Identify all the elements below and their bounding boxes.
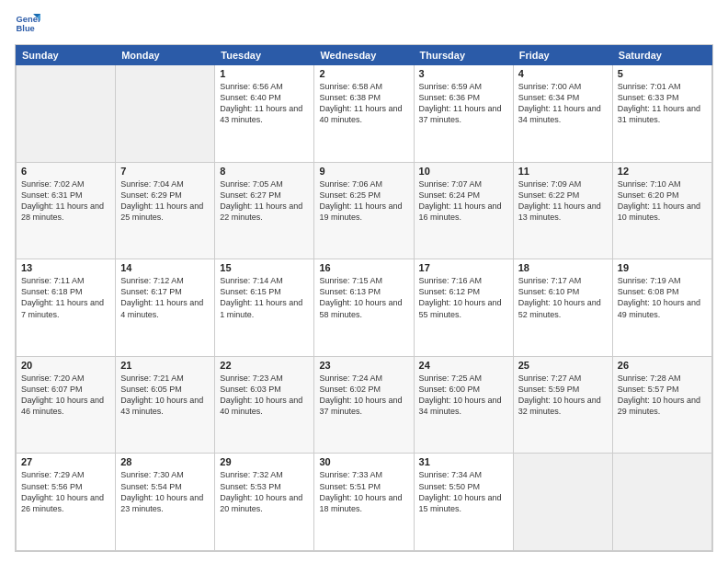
calendar-cell: 28Sunrise: 7:30 AM Sunset: 5:54 PM Dayli… [116, 454, 215, 551]
day-number: 19 [618, 262, 707, 273]
calendar-week-row: 6Sunrise: 7:02 AM Sunset: 6:31 PM Daylig… [17, 162, 712, 259]
cell-content: Sunrise: 7:25 AM Sunset: 6:00 PM Dayligh… [419, 373, 508, 418]
cell-content: Sunrise: 7:21 AM Sunset: 6:05 PM Dayligh… [120, 373, 210, 418]
day-number: 23 [319, 360, 408, 371]
day-number: 14 [120, 262, 210, 273]
cell-content: Sunrise: 6:59 AM Sunset: 6:36 PM Dayligh… [419, 81, 508, 126]
day-number: 30 [319, 456, 408, 467]
calendar-week-row: 1Sunrise: 6:56 AM Sunset: 6:40 PM Daylig… [17, 65, 712, 163]
weekday-cell: Saturday [612, 46, 711, 65]
day-number: 26 [618, 360, 707, 371]
calendar-cell: 30Sunrise: 7:33 AM Sunset: 5:51 PM Dayli… [314, 454, 414, 551]
calendar-cell: 3Sunrise: 6:59 AM Sunset: 6:36 PM Daylig… [414, 65, 513, 163]
weekday-cell: Tuesday [215, 46, 314, 65]
calendar-cell: 2Sunrise: 6:58 AM Sunset: 6:38 PM Daylig… [314, 65, 414, 163]
cell-content: Sunrise: 7:17 AM Sunset: 6:10 PM Dayligh… [518, 275, 608, 320]
day-number: 10 [419, 166, 508, 177]
cell-content: Sunrise: 7:19 AM Sunset: 6:08 PM Dayligh… [618, 275, 707, 320]
day-number: 18 [518, 262, 608, 273]
calendar-cell: 11Sunrise: 7:09 AM Sunset: 6:22 PM Dayli… [513, 162, 612, 259]
calendar-cell: 26Sunrise: 7:28 AM Sunset: 5:57 PM Dayli… [612, 356, 711, 454]
calendar-cell: 27Sunrise: 7:29 AM Sunset: 5:56 PM Dayli… [17, 454, 116, 551]
calendar-cell [513, 454, 612, 551]
weekday-header: SundayMondayTuesdayWednesdayThursdayFrid… [17, 46, 712, 65]
cell-content: Sunrise: 7:04 AM Sunset: 6:29 PM Dayligh… [120, 178, 210, 224]
page-header: General Blue [15, 11, 713, 37]
calendar: SundayMondayTuesdayWednesdayThursdayFrid… [15, 44, 713, 552]
day-number: 17 [419, 262, 508, 273]
cell-content: Sunrise: 7:00 AM Sunset: 6:34 PM Dayligh… [518, 81, 608, 126]
day-number: 16 [319, 262, 408, 273]
calendar-cell: 31Sunrise: 7:34 AM Sunset: 5:50 PM Dayli… [414, 454, 513, 551]
day-number: 21 [120, 360, 210, 371]
calendar-cell: 13Sunrise: 7:11 AM Sunset: 6:18 PM Dayli… [17, 259, 116, 357]
calendar-week-row: 13Sunrise: 7:11 AM Sunset: 6:18 PM Dayli… [17, 259, 712, 357]
calendar-cell: 15Sunrise: 7:14 AM Sunset: 6:15 PM Dayli… [215, 259, 314, 357]
cell-content: Sunrise: 7:11 AM Sunset: 6:18 PM Dayligh… [21, 275, 110, 320]
cell-content: Sunrise: 6:58 AM Sunset: 6:38 PM Dayligh… [319, 81, 408, 126]
day-number: 24 [419, 360, 508, 371]
day-number: 9 [319, 166, 408, 177]
calendar-cell: 8Sunrise: 7:05 AM Sunset: 6:27 PM Daylig… [215, 162, 314, 259]
day-number: 28 [120, 456, 210, 467]
weekday-cell: Thursday [414, 46, 513, 65]
calendar-cell: 21Sunrise: 7:21 AM Sunset: 6:05 PM Dayli… [116, 356, 215, 454]
day-number: 3 [419, 68, 508, 79]
cell-content: Sunrise: 7:14 AM Sunset: 6:15 PM Dayligh… [220, 275, 309, 320]
cell-content: Sunrise: 7:34 AM Sunset: 5:50 PM Dayligh… [419, 469, 508, 514]
calendar-body: 1Sunrise: 6:56 AM Sunset: 6:40 PM Daylig… [17, 65, 712, 551]
cell-content: Sunrise: 7:09 AM Sunset: 6:22 PM Dayligh… [518, 178, 608, 224]
calendar-cell: 29Sunrise: 7:32 AM Sunset: 5:53 PM Dayli… [215, 454, 314, 551]
calendar-cell: 14Sunrise: 7:12 AM Sunset: 6:17 PM Dayli… [116, 259, 215, 357]
cell-content: Sunrise: 7:20 AM Sunset: 6:07 PM Dayligh… [21, 373, 110, 418]
calendar-cell: 17Sunrise: 7:16 AM Sunset: 6:12 PM Dayli… [414, 259, 513, 357]
day-number: 1 [220, 68, 309, 79]
cell-content: Sunrise: 7:12 AM Sunset: 6:17 PM Dayligh… [120, 275, 210, 320]
calendar-cell: 25Sunrise: 7:27 AM Sunset: 5:59 PM Dayli… [513, 356, 612, 454]
day-number: 5 [618, 68, 707, 79]
calendar-cell: 1Sunrise: 6:56 AM Sunset: 6:40 PM Daylig… [215, 65, 314, 163]
calendar-cell: 24Sunrise: 7:25 AM Sunset: 6:00 PM Dayli… [414, 356, 513, 454]
day-number: 31 [419, 456, 508, 467]
calendar-cell: 4Sunrise: 7:00 AM Sunset: 6:34 PM Daylig… [513, 65, 612, 163]
logo: General Blue [15, 11, 40, 37]
calendar-cell [17, 65, 116, 163]
cell-content: Sunrise: 7:15 AM Sunset: 6:13 PM Dayligh… [319, 275, 408, 320]
cell-content: Sunrise: 7:27 AM Sunset: 5:59 PM Dayligh… [518, 373, 608, 418]
day-number: 2 [319, 68, 408, 79]
cell-content: Sunrise: 7:06 AM Sunset: 6:25 PM Dayligh… [319, 178, 408, 224]
cell-content: Sunrise: 7:10 AM Sunset: 6:20 PM Dayligh… [618, 178, 707, 224]
calendar-cell: 23Sunrise: 7:24 AM Sunset: 6:02 PM Dayli… [314, 356, 414, 454]
svg-text:Blue: Blue [17, 24, 35, 33]
day-number: 7 [120, 166, 210, 177]
cell-content: Sunrise: 7:30 AM Sunset: 5:54 PM Dayligh… [120, 469, 210, 514]
weekday-cell: Sunday [17, 46, 116, 65]
cell-content: Sunrise: 7:24 AM Sunset: 6:02 PM Dayligh… [319, 373, 408, 418]
calendar-cell: 22Sunrise: 7:23 AM Sunset: 6:03 PM Dayli… [215, 356, 314, 454]
calendar-cell: 5Sunrise: 7:01 AM Sunset: 6:33 PM Daylig… [612, 65, 711, 163]
day-number: 25 [518, 360, 608, 371]
calendar-cell [612, 454, 711, 551]
day-number: 20 [21, 360, 110, 371]
cell-content: Sunrise: 7:07 AM Sunset: 6:24 PM Dayligh… [419, 178, 508, 224]
calendar-week-row: 27Sunrise: 7:29 AM Sunset: 5:56 PM Dayli… [17, 454, 712, 551]
day-number: 8 [220, 166, 309, 177]
cell-content: Sunrise: 7:23 AM Sunset: 6:03 PM Dayligh… [220, 373, 309, 418]
calendar-cell: 6Sunrise: 7:02 AM Sunset: 6:31 PM Daylig… [17, 162, 116, 259]
cell-content: Sunrise: 7:32 AM Sunset: 5:53 PM Dayligh… [220, 469, 309, 514]
calendar-cell: 9Sunrise: 7:06 AM Sunset: 6:25 PM Daylig… [314, 162, 414, 259]
day-number: 11 [518, 166, 608, 177]
weekday-cell: Wednesday [314, 46, 414, 65]
weekday-cell: Friday [513, 46, 612, 65]
day-number: 4 [518, 68, 608, 79]
day-number: 12 [618, 166, 707, 177]
calendar-cell: 12Sunrise: 7:10 AM Sunset: 6:20 PM Dayli… [612, 162, 711, 259]
calendar-cell: 20Sunrise: 7:20 AM Sunset: 6:07 PM Dayli… [17, 356, 116, 454]
cell-content: Sunrise: 7:29 AM Sunset: 5:56 PM Dayligh… [21, 469, 110, 514]
calendar-cell: 7Sunrise: 7:04 AM Sunset: 6:29 PM Daylig… [116, 162, 215, 259]
calendar-week-row: 20Sunrise: 7:20 AM Sunset: 6:07 PM Dayli… [17, 356, 712, 454]
calendar-cell: 16Sunrise: 7:15 AM Sunset: 6:13 PM Dayli… [314, 259, 414, 357]
logo-icon: General Blue [15, 11, 40, 37]
day-number: 27 [21, 456, 110, 467]
cell-content: Sunrise: 7:33 AM Sunset: 5:51 PM Dayligh… [319, 469, 408, 514]
